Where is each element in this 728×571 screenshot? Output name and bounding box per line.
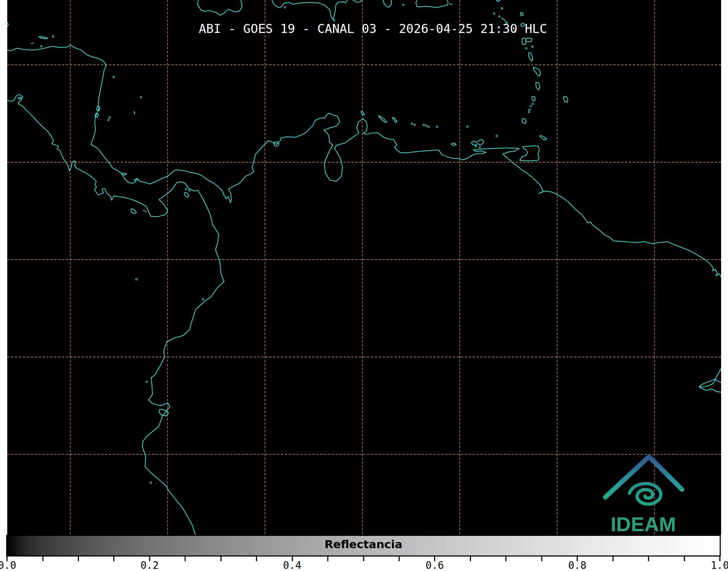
coast-pacific-mainland (7, 95, 224, 536)
island-grenadines-2 (530, 105, 531, 107)
coast-puerto-rico-south (416, 0, 448, 7)
coast-bonaire (392, 117, 397, 123)
coast-dominica (529, 53, 533, 61)
coast-pearl-lagoon (96, 106, 100, 111)
coast-san-andres (134, 112, 135, 114)
island-guanaja (52, 36, 54, 37)
colorbar-tick-label: 0.0 (0, 560, 16, 571)
colorbar-tick (684, 557, 685, 561)
island-lobos-de-tierra (150, 482, 152, 483)
island-beata (333, 20, 335, 21)
colorbar-tick (327, 557, 328, 561)
coastlines (7, 0, 728, 535)
island-marie-galante (532, 46, 533, 47)
coast-trinidad (520, 146, 539, 161)
island-los-roques-3 (428, 126, 429, 127)
coast-pearl-islands (184, 192, 189, 197)
ideam-logo: IDEAM (605, 457, 682, 536)
island-cubagua (475, 146, 476, 147)
island-coche (479, 146, 480, 148)
coast-saona-fragment (383, 0, 392, 7)
island-los-roques-2 (425, 125, 427, 126)
colorbar-tick (399, 557, 400, 561)
island-fonseca-island-1 (18, 97, 19, 99)
coast-guadeloupe-east (526, 38, 532, 42)
colorbar-tick (541, 557, 542, 561)
colorbar-tick (220, 557, 222, 561)
coast-belize-fragment (7, 22, 8, 27)
island-los-testigos (496, 135, 497, 137)
island-little-corn (109, 117, 110, 118)
coast-hispaniola-southwest (272, 0, 348, 20)
island-saba (493, 13, 495, 14)
graticule (7, 0, 721, 535)
coast-barbuda (521, 13, 523, 16)
colorbar-tick (648, 557, 649, 561)
island-grenadines-3 (529, 109, 530, 110)
coast-amazon-island (699, 379, 715, 387)
island-les-saintes (526, 47, 527, 49)
map-svg: IDEAM (0, 0, 728, 571)
logo-text: IDEAM (611, 513, 676, 536)
colorbar-tick (185, 557, 186, 561)
coast-st-vincent (532, 96, 535, 101)
colorbar-tick-label: 0.2 (140, 560, 159, 571)
coast-grenada (522, 119, 526, 124)
coast-jamaica (198, 0, 242, 15)
island-miskito-cay (113, 76, 114, 77)
colorbar-tick (613, 557, 614, 561)
island-providencia (140, 96, 142, 98)
island-corn-island (108, 119, 109, 121)
coast-roatan (39, 37, 48, 39)
coast-amazon-south-bank (699, 387, 728, 393)
island-cayos-cochinos (41, 46, 42, 47)
colorbar-tick-label: 0.6 (426, 560, 444, 571)
colorbar-tick (42, 557, 43, 561)
colorbar-tick (505, 557, 506, 561)
island-st-barth (501, 8, 503, 9)
island-la-blanquilla (467, 126, 468, 127)
coast-vieques (450, 4, 453, 4)
coast-barbados (563, 96, 568, 102)
colorbar-tick (113, 557, 114, 561)
map-title: ABI - GOES 19 - CANAL 03 - 2026-04-25 21… (199, 21, 547, 36)
island-las-aves-1 (411, 123, 413, 125)
coast-la-tortuga (451, 143, 456, 145)
island-grenadines-4 (528, 111, 530, 113)
island-ile-a-vache (284, 7, 286, 8)
colorbar-tick (78, 557, 79, 561)
island-la-plata (146, 381, 147, 382)
coast-tobago (540, 135, 547, 140)
island-gorgona (202, 298, 204, 300)
island-malpelo (136, 278, 137, 280)
colorbar-tick (256, 557, 257, 561)
coast-bluefields-lagoon (95, 113, 98, 117)
colorbar-label: Reflectancia (324, 539, 402, 550)
coast-amazon-branch (715, 379, 724, 383)
colorbar-tick-label: 0.8 (568, 560, 586, 571)
island-escudo-veraguas (136, 179, 138, 180)
island-st-eustatius (498, 16, 500, 17)
island-la-orchila (436, 126, 438, 127)
coast-utila (31, 43, 34, 43)
island-las-aves-2 (414, 124, 415, 126)
coast-aruba (361, 111, 365, 115)
coast-bocas-islands (122, 173, 127, 175)
island-pearl-islands-dot2 (189, 190, 190, 191)
island-pearl-islands-dot1 (185, 188, 187, 190)
island-mona (403, 4, 404, 5)
island-los-roques-1 (423, 124, 424, 126)
coast-st-lucia (536, 82, 540, 90)
coast-martinique (533, 67, 540, 76)
island-fonseca-island-2 (20, 97, 21, 98)
coast-caribbean-mainland (7, 45, 723, 277)
logo-spiral-icon (630, 484, 661, 504)
coast-curacao (379, 116, 387, 122)
colorbar-tick-label: 0.4 (283, 560, 302, 571)
coast-st-martin-fragment (496, 0, 501, 1)
island-grenadines-1 (532, 103, 534, 104)
coast-margarita (471, 139, 483, 145)
colorbar-tick (470, 557, 471, 561)
coast-cebaco (143, 210, 147, 211)
coast-coiba (131, 209, 136, 214)
